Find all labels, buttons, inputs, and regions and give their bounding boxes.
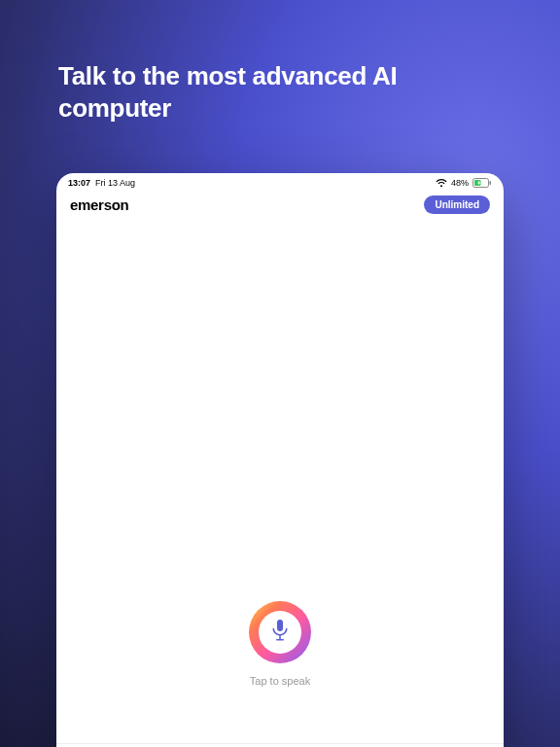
mic-area: Tap to speak bbox=[56, 601, 504, 687]
status-bar: 13:07 Fri 13 Aug 48% bbox=[56, 173, 504, 190]
device-frame: 13:07 Fri 13 Aug 48% emerson Unlimited bbox=[56, 173, 504, 747]
app-title: emerson bbox=[70, 196, 128, 213]
status-date: Fri 13 Aug bbox=[95, 178, 135, 188]
status-time: 13:07 bbox=[68, 178, 90, 188]
battery-icon bbox=[472, 178, 492, 188]
battery-percentage: 48% bbox=[451, 178, 469, 188]
app-header: emerson Unlimited bbox=[56, 190, 504, 224]
mic-button[interactable] bbox=[249, 601, 311, 663]
promo-headline: Talk to the most advanced AI computer bbox=[58, 60, 502, 124]
tab-bar: Voice Messages More bbox=[56, 743, 504, 747]
unlimited-badge[interactable]: Unlimited bbox=[424, 196, 490, 214]
content-area: Tap to speak bbox=[56, 224, 504, 743]
mic-inner bbox=[259, 611, 301, 654]
mic-hint: Tap to speak bbox=[250, 675, 310, 687]
microphone-icon bbox=[271, 620, 289, 645]
wifi-icon bbox=[436, 179, 447, 188]
status-left: 13:07 Fri 13 Aug bbox=[68, 178, 135, 188]
svg-rect-1 bbox=[490, 181, 492, 185]
status-right: 48% bbox=[436, 178, 492, 188]
